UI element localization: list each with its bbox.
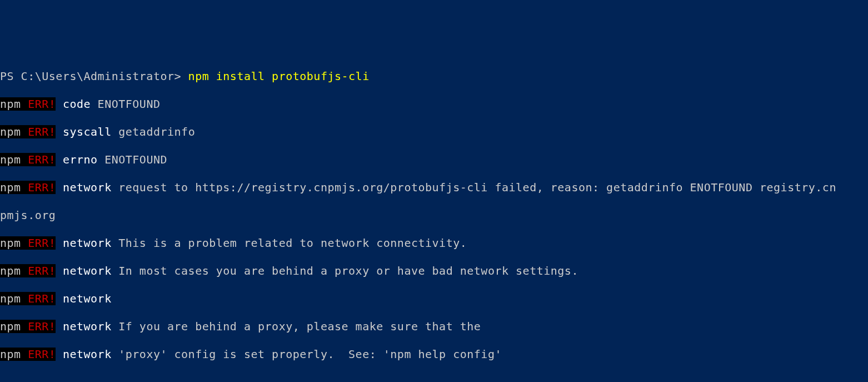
err-msg: ENOTFOUND xyxy=(104,153,167,166)
err-network: network xyxy=(56,320,111,333)
npm-tag: npm xyxy=(0,292,28,305)
npm-tag: npm xyxy=(0,236,28,250)
err-code: code xyxy=(56,97,97,111)
err-tag: ERR! xyxy=(28,153,56,166)
err-msg: If you are behind a proxy, please make s… xyxy=(112,320,481,333)
err-tag: ERR! xyxy=(28,181,56,194)
err-line: npm ERR! network 'proxy' config is set p… xyxy=(0,348,868,361)
err-msg: ENOTFOUND xyxy=(98,97,161,111)
prompt-line-1: PS C:\Users\Administrator> npm install p… xyxy=(0,70,868,83)
err-line: npm ERR! syscall getaddrinfo xyxy=(0,125,868,139)
npm-tag: npm xyxy=(0,181,28,194)
err-msg: This is a problem related to network con… xyxy=(112,236,467,250)
terminal-output[interactable]: PS C:\Users\Administrator> npm install p… xyxy=(0,56,868,382)
err-msg: request to https://registry.cnpmjs.org/p… xyxy=(112,181,836,194)
err-network: network xyxy=(56,348,111,361)
err-line: npm ERR! network In most cases you are b… xyxy=(0,264,868,278)
err-msg: In most cases you are behind a proxy or … xyxy=(112,264,578,277)
err-tag: ERR! xyxy=(28,236,56,250)
err-line: npm ERR! network request to https://regi… xyxy=(0,181,868,195)
npm-tag: npm xyxy=(0,264,28,277)
err-line: npm ERR! network If you are behind a pro… xyxy=(0,320,868,334)
err-line: npm ERR! network This is a problem relat… xyxy=(0,236,868,250)
err-tag: ERR! xyxy=(28,125,56,138)
err-syscall: syscall xyxy=(56,125,118,138)
npm-tag: npm xyxy=(0,320,28,333)
err-errno: errno xyxy=(56,153,104,166)
err-tag: ERR! xyxy=(28,292,56,305)
npm-tag: npm xyxy=(0,125,28,138)
err-tag: ERR! xyxy=(28,320,56,333)
prompt-prefix: PS C:\Users\Administrator> xyxy=(0,70,188,83)
err-network: network xyxy=(56,292,111,305)
npm-tag: npm xyxy=(0,348,28,361)
err-tag: ERR! xyxy=(28,264,56,277)
err-tag: ERR! xyxy=(28,348,56,361)
command-text: npm install protobufjs-cli xyxy=(188,70,370,83)
npm-tag: npm xyxy=(0,153,28,166)
err-network: network xyxy=(56,236,111,250)
err-network: network xyxy=(56,181,111,194)
err-line: npm ERR! errno ENOTFOUND xyxy=(0,153,868,167)
err-line: npm ERR! code ENOTFOUND xyxy=(0,97,868,111)
wrap-line: pmjs.org xyxy=(0,209,868,222)
err-msg: getaddrinfo xyxy=(118,125,195,138)
npm-tag: npm xyxy=(0,97,28,111)
err-line: npm ERR! network xyxy=(0,292,868,306)
blank-line xyxy=(0,375,868,382)
err-tag: ERR! xyxy=(28,97,56,111)
err-network: network xyxy=(56,264,111,277)
err-msg: 'proxy' config is set properly. See: 'np… xyxy=(112,348,502,361)
